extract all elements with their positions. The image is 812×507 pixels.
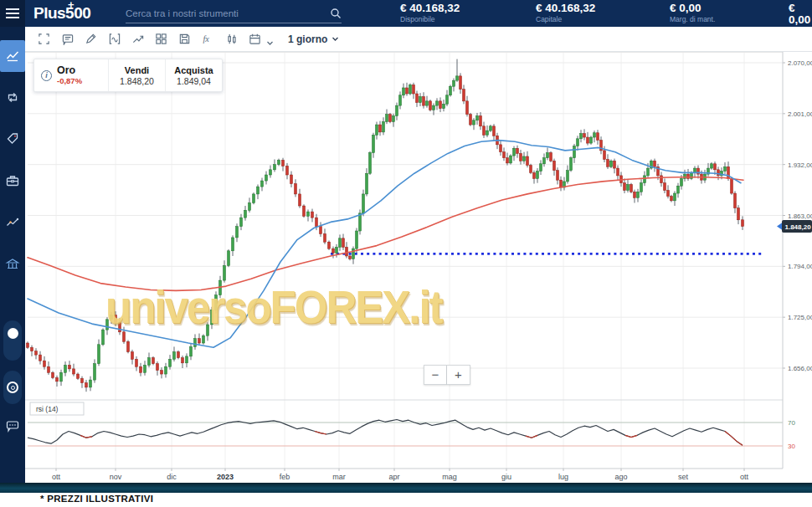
sell-price: 1.848,20 <box>120 76 154 86</box>
svg-text:nov: nov <box>110 473 122 481</box>
search-bar <box>126 3 342 23</box>
plus500-app: Plus500 + € 40.168,32 Disponibile € 40.1… <box>0 0 812 507</box>
functions-button[interactable]: fx <box>201 32 215 46</box>
maximize-icon <box>38 33 50 45</box>
sun-icon <box>8 328 18 339</box>
svg-text:mag: mag <box>442 473 457 481</box>
chat-bubble-icon <box>5 418 20 433</box>
comment-icon <box>61 33 75 45</box>
wave-brackets-icon <box>108 33 121 45</box>
svg-text:2023: 2023 <box>217 473 234 481</box>
instrument-change: -0,87% <box>57 76 82 85</box>
trend-scatter-icon <box>5 215 20 230</box>
cycle-arrows-icon <box>5 90 20 105</box>
metric-equity: € 40.168,32 Capitale <box>536 3 595 23</box>
calendar-chevron-icon[interactable] <box>266 35 274 43</box>
svg-text:fx: fx <box>203 34 209 44</box>
sidebar-item-instruments[interactable] <box>0 123 25 155</box>
support-target-button[interactable] <box>3 371 22 404</box>
chevron-down-icon <box>331 35 339 43</box>
calendar-button[interactable] <box>248 32 262 46</box>
chart-toolbar: fx 1 giorno <box>25 27 812 52</box>
svg-text:30: 30 <box>788 443 795 450</box>
logo-text: Plus500 <box>33 4 90 22</box>
instrument-summary: i Oro -0,87% <box>34 59 108 91</box>
sidebar-item-trade[interactable] <box>0 81 25 113</box>
trend-line-button[interactable] <box>131 32 145 46</box>
svg-text:giu: giu <box>501 473 511 481</box>
sidebar <box>0 0 25 483</box>
svg-text:1.848,20: 1.848,20 <box>785 223 812 231</box>
plus500-logo: Plus500 + <box>33 4 110 23</box>
svg-text:1.794,00: 1.794,00 <box>788 263 812 270</box>
trend-arrow-icon <box>131 33 145 45</box>
target-icon <box>7 382 18 393</box>
svg-text:1.725,00: 1.725,00 <box>788 314 812 321</box>
bottom-strip <box>0 483 812 493</box>
chart-region: 2.070,002.001,001.932,001.863,001.794,00… <box>25 52 812 483</box>
svg-text:1.932,00: 1.932,00 <box>788 161 812 169</box>
theme-toggle[interactable] <box>3 320 22 361</box>
pencil-icon <box>85 33 97 45</box>
briefcase-icon <box>5 173 20 188</box>
svg-text:2.001,00: 2.001,00 <box>788 110 812 118</box>
svg-text:set: set <box>678 473 689 481</box>
buy-button[interactable]: Acquista 1.849,04 <box>165 59 222 91</box>
hamburger-menu-button[interactable] <box>0 0 25 27</box>
line-chart-icon <box>5 49 20 64</box>
draw-button[interactable] <box>84 32 98 46</box>
svg-text:2.070,00: 2.070,00 <box>788 59 812 67</box>
zoom-in-button[interactable]: + <box>447 365 470 385</box>
annotation-button[interactable] <box>60 32 75 46</box>
hamburger-icon <box>6 8 19 10</box>
svg-text:feb: feb <box>280 473 290 481</box>
chat-button[interactable] <box>0 410 25 442</box>
candles-icon <box>225 33 239 45</box>
top-bar: Plus500 + € 40.168,32 Disponibile € 40.1… <box>25 0 812 27</box>
sidebar-item-funds[interactable] <box>0 248 25 280</box>
search-icon[interactable] <box>330 8 342 19</box>
maximize-button[interactable] <box>37 32 51 46</box>
save-icon <box>178 33 191 45</box>
sell-button[interactable]: Vendi 1.848,20 <box>108 59 165 91</box>
logo-plus-mark: + <box>68 0 74 11</box>
instrument-panel[interactable]: i Oro -0,87% Vendi 1.848,20 Acquista 1.8… <box>33 59 223 92</box>
zoom-controls: − + <box>424 365 470 385</box>
svg-text:1.863,00: 1.863,00 <box>788 213 812 220</box>
save-button[interactable] <box>177 32 192 46</box>
sidebar-item-portfolio[interactable] <box>0 165 25 197</box>
svg-text:rsi (14): rsi (14) <box>36 405 59 413</box>
svg-text:ott: ott <box>740 473 749 481</box>
interval-dropdown[interactable]: 1 giorno <box>288 33 339 45</box>
footer-disclaimer: * PREZZI ILLUSTRATIVI <box>0 493 812 507</box>
bank-icon <box>5 257 20 272</box>
svg-text:lug: lug <box>558 473 568 481</box>
svg-text:mar: mar <box>332 473 346 481</box>
instrument-name: Oro <box>57 65 82 76</box>
layout-grid-button[interactable] <box>154 32 168 46</box>
chart-type-button[interactable] <box>224 32 239 46</box>
info-icon[interactable]: i <box>41 70 52 81</box>
indicator-window-button[interactable] <box>107 32 121 46</box>
svg-text:1.656,00: 1.656,00 <box>788 365 812 372</box>
grid-icon <box>155 33 167 45</box>
price-chart[interactable]: 2.070,002.001,001.932,001.863,001.794,00… <box>25 52 812 484</box>
svg-text:ott: ott <box>52 473 61 481</box>
svg-text:apr: apr <box>388 473 399 481</box>
buy-price: 1.849,04 <box>177 76 211 86</box>
svg-text:70: 70 <box>788 419 795 427</box>
metric-available: € 40.168,32 Disponibile <box>400 3 460 23</box>
metric-margin: € 0,00 Marg. di mant. <box>670 3 715 23</box>
svg-text:ago: ago <box>614 473 627 481</box>
account-metrics: € 40.168,32 Disponibile € 40.168,32 Capi… <box>375 0 812 27</box>
price-tag-icon <box>5 131 20 146</box>
search-input[interactable] <box>126 8 330 18</box>
calendar-icon <box>249 33 261 45</box>
svg-text:dic: dic <box>167 473 177 481</box>
zoom-out-button[interactable]: − <box>424 365 447 385</box>
sidebar-item-analysis[interactable] <box>0 207 25 238</box>
interval-label: 1 giorno <box>288 33 327 45</box>
sidebar-item-charts[interactable] <box>0 40 25 72</box>
fx-icon: fx <box>202 33 215 45</box>
illustrative-prices-note: * PREZZI ILLUSTRATIVI <box>40 494 153 504</box>
